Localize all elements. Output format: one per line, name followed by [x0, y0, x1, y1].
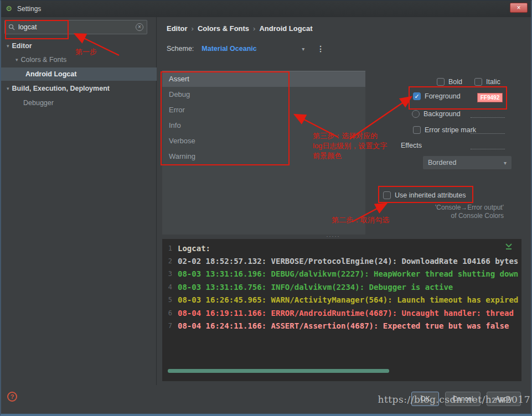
breadcrumb-item[interactable]: Colors & Fonts: [198, 24, 249, 33]
titlebar: ⚙ Settings ×: [1, 1, 531, 17]
sidebar-item-label: Colors & Fonts: [21, 56, 67, 64]
use-inherited-label: Use inherited attributes: [395, 191, 466, 199]
scheme-label: Scheme:: [167, 45, 194, 53]
chevron-down-icon: ▾: [7, 43, 9, 49]
preview-line: 308-03 13:31:16.196: DEBUG/dalvikvm(2227…: [162, 268, 521, 280]
error-stripe-option: Error stripe mark: [413, 126, 476, 134]
check-icon: ✓: [414, 93, 419, 100]
scheme-actions-kebab-icon[interactable]: ⋮: [317, 44, 324, 53]
sidebar: × ▾ Editor ▾ Colors & Fonts Android Logc…: [1, 17, 157, 385]
effects-label: Effects: [401, 142, 422, 149]
italic-label: Italic: [486, 78, 500, 86]
preview-line-text: 08-03 13:31:16.756: INFO/dalvikvm(2234):…: [178, 283, 453, 292]
settings-window-icon: ⚙: [4, 4, 13, 13]
ok-button[interactable]: OK: [411, 392, 439, 406]
background-label: Background: [423, 110, 461, 118]
foreground-label: Foreground: [425, 92, 461, 100]
inherit-source-note: 'Console→Error output' of Console Colors: [390, 204, 504, 220]
italic-checkbox[interactable]: [474, 78, 482, 86]
bold-option: Bold: [437, 78, 462, 86]
preview-line: 1Logcat:: [162, 242, 521, 254]
effects-type-value: Bordered: [428, 159, 456, 167]
settings-main: Editor›Colors & Fonts›Android Logcat Sch…: [157, 17, 531, 385]
horizontal-scrollbar[interactable]: [168, 369, 389, 373]
breadcrumb-item: Android Logcat: [259, 24, 312, 33]
chevron-down-icon: ▾: [504, 160, 507, 166]
footer-bar: ? OK Cancel Apply: [1, 385, 531, 414]
scheme-value: Material Oceanic: [202, 45, 256, 53]
background-swatch-placeholder[interactable]: [471, 117, 505, 118]
sidebar-item-label: Android Logcat: [25, 70, 76, 78]
sidebar-item-colors-fonts[interactable]: ▾ Colors & Fonts: [1, 53, 157, 66]
sidebar-item-android-logcat[interactable]: Android Logcat: [1, 67, 157, 81]
scheme-row: Scheme: Material Oceanic ▾ ⋮: [167, 41, 324, 56]
preview-line: 508-03 16:26:45.965: WARN/ActivityManage…: [162, 294, 521, 306]
line-number: 7: [162, 322, 172, 330]
log-level-list: Assert Debug Error Info Verbose Warning: [162, 71, 365, 235]
preview-line: 608-04 16:19:11.166: ERROR/AndroidRuntim…: [162, 306, 521, 319]
log-level-item-verbose[interactable]: Verbose: [162, 133, 365, 149]
foreground-option: ✓ Foreground: [413, 92, 461, 100]
sidebar-item-editor[interactable]: ▾ Editor: [1, 39, 157, 53]
line-number: 6: [162, 309, 172, 317]
use-inherited-option: Use inherited attributes: [383, 191, 466, 199]
effects-option: Effects: [401, 142, 422, 149]
bold-label: Bold: [448, 78, 462, 86]
inherit-note-line1: 'Console→Error output': [390, 204, 504, 212]
line-number: 5: [162, 296, 172, 304]
sidebar-item-debugger[interactable]: Debugger: [1, 96, 157, 110]
sidebar-item-label: Editor: [12, 42, 32, 50]
preview-pane: 1Logcat: 202-02 18:52:57.132: VERBOSE/Pr…: [162, 239, 521, 381]
preview-line-text: 08-04 16:19:11.166: ERROR/AndroidRuntime…: [178, 309, 514, 318]
scheme-select[interactable]: Material Oceanic ▾: [202, 45, 304, 53]
effects-swatch-placeholder[interactable]: [471, 149, 505, 149]
search-box[interactable]: ×: [4, 20, 147, 34]
scroll-to-end-icon[interactable]: [505, 243, 513, 250]
breadcrumb-separator-icon: ›: [192, 24, 194, 33]
search-icon: [8, 24, 15, 30]
preview-line-text: Logcat:: [178, 244, 210, 253]
breadcrumb: Editor›Colors & Fonts›Android Logcat: [167, 24, 312, 33]
preview-line-text: 02-02 18:52:57.132: VERBOSE/ProtocolEngi…: [178, 257, 518, 266]
sidebar-item-label: Debugger: [23, 99, 54, 107]
error-stripe-checkbox[interactable]: [413, 126, 421, 134]
chevron-down-icon: ▾: [302, 46, 304, 52]
cancel-button[interactable]: Cancel: [445, 392, 481, 406]
log-level-item-warning[interactable]: Warning: [162, 149, 365, 164]
search-input[interactable]: [18, 23, 136, 31]
breadcrumb-separator-icon: ›: [253, 24, 255, 33]
log-level-item-assert[interactable]: Assert: [162, 71, 365, 87]
help-icon[interactable]: ?: [7, 392, 17, 402]
bold-checkbox[interactable]: [437, 78, 445, 86]
settings-window: ⚙ Settings × × ▾ Editor ▾ Colors & Fonts: [0, 0, 532, 416]
line-number: 4: [162, 283, 172, 291]
preview-line: 408-03 13:31:16.756: INFO/dalvikvm(2234)…: [162, 280, 521, 293]
use-inherited-checkbox[interactable]: [383, 191, 391, 199]
foreground-checkbox[interactable]: ✓: [413, 92, 421, 100]
background-checkbox[interactable]: [412, 110, 420, 118]
sidebar-item-label: Build, Execution, Deployment: [12, 85, 110, 92]
line-number: 3: [162, 270, 172, 278]
italic-option: Italic: [474, 78, 500, 86]
log-level-item-error[interactable]: Error: [162, 102, 365, 118]
preview-line-text: 08-03 13:31:16.196: DEBUG/dalvikvm(2227)…: [178, 269, 518, 278]
breadcrumb-item[interactable]: Editor: [167, 24, 188, 33]
clear-search-icon[interactable]: ×: [136, 23, 143, 31]
error-stripe-label: Error stripe mark: [425, 126, 476, 134]
window-title: Settings: [17, 5, 41, 13]
apply-button[interactable]: Apply: [487, 392, 521, 406]
background-option: Background: [412, 110, 461, 118]
log-level-item-debug[interactable]: Debug: [162, 87, 365, 102]
error-stripe-swatch-placeholder[interactable]: [471, 133, 505, 134]
log-level-item-info[interactable]: Info: [162, 118, 365, 133]
sidebar-item-build-execution-deployment[interactable]: ▾ Build, Execution, Deployment: [1, 82, 157, 95]
splitter-handle[interactable]: ·····: [317, 233, 350, 239]
line-number: 1: [162, 245, 172, 252]
chevron-down-icon: ▾: [7, 86, 9, 91]
effects-type-select[interactable]: Bordered ▾: [423, 156, 512, 169]
foreground-color-swatch[interactable]: FF9492: [477, 93, 503, 102]
preview-line-text: 08-04 16:24:11.166: ASSERT/Assertion(468…: [178, 321, 509, 330]
chevron-down-icon: ▾: [16, 57, 18, 63]
close-button[interactable]: ×: [510, 3, 528, 13]
preview-line: 708-04 16:24:11.166: ASSERT/Assertion(46…: [162, 319, 521, 332]
